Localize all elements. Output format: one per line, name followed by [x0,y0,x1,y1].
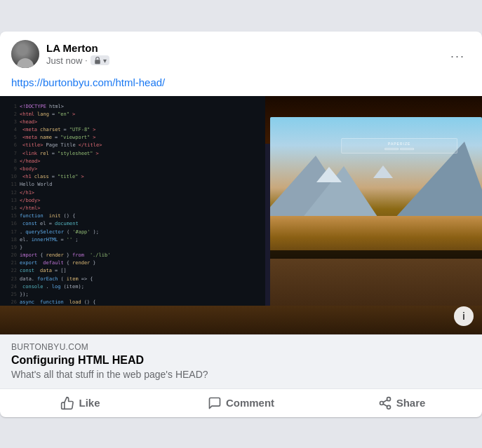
window-btn-1 [384,148,399,150]
link-title: Configuring HTML HEAD [11,354,471,367]
dot-separator: · [85,55,87,65]
user-name[interactable]: LA Merton [46,41,109,55]
post-link-text: https://burtonbyu.com/html-head/ [0,74,482,96]
comment-label: Comment [226,397,274,409]
link-preview-section: BURTONBYU.COM Configuring HTML HEAD What… [0,334,482,388]
post-header: LA Merton Just now · ▾ ... [0,32,482,74]
like-label: Like [79,397,100,409]
post-url[interactable]: https://burtonbyu.com/html-head/ [11,76,165,88]
post-card: LA Merton Just now · ▾ ... https://burto… [0,32,482,417]
snow-cap-1 [316,167,342,182]
post-meta: Just now · ▾ [46,55,109,66]
post-timestamp: Just now [46,55,82,66]
svg-rect-0 [95,60,100,65]
snow-cap-2 [373,165,393,178]
monitor-right: PAPERIZE [270,117,482,320]
svg-line-5 [383,400,387,402]
desktop-window: PAPERIZE [341,138,457,154]
share-icon [378,396,392,410]
share-button[interactable]: Share [324,392,479,414]
window-btn-2 [400,148,414,150]
lock-icon [93,56,102,65]
window-title: PAPERIZE [344,142,454,146]
bg-scene: 1<!DOCTYPE html> 2<html lang="en"> 3<hea… [0,96,482,334]
code-display: 1<!DOCTYPE html> 2<html lang="en"> 3<hea… [0,96,265,334]
monitor-left: 1<!DOCTYPE html> 2<html lang="en"> 3<hea… [0,96,265,334]
user-info-block: LA Merton Just now · ▾ [11,40,109,68]
desktop-taskbar [270,250,482,259]
avatar[interactable] [11,40,39,68]
info-button[interactable]: i [454,306,474,326]
chevron-down-icon: ▾ [103,57,107,65]
svg-line-4 [383,404,387,406]
comment-button[interactable]: Comment [163,392,319,414]
link-description: What's all that stuff in the web page's … [11,369,471,380]
like-icon [60,396,74,410]
share-label: Share [396,397,426,409]
preview-image: 1<!DOCTYPE html> 2<html lang="en"> 3<hea… [0,96,482,334]
window-buttons [344,148,454,150]
more-options-button[interactable]: ... [445,43,471,64]
link-domain: BURTONBYU.COM [11,342,471,352]
post-actions: Like Comment Share [0,388,482,417]
main-desk-surface [0,306,482,334]
privacy-button[interactable]: ▾ [91,55,109,65]
user-details: LA Merton Just now · ▾ [46,41,109,66]
desktop-background: PAPERIZE [270,117,482,259]
like-button[interactable]: Like [3,392,158,414]
comment-icon [208,396,222,410]
